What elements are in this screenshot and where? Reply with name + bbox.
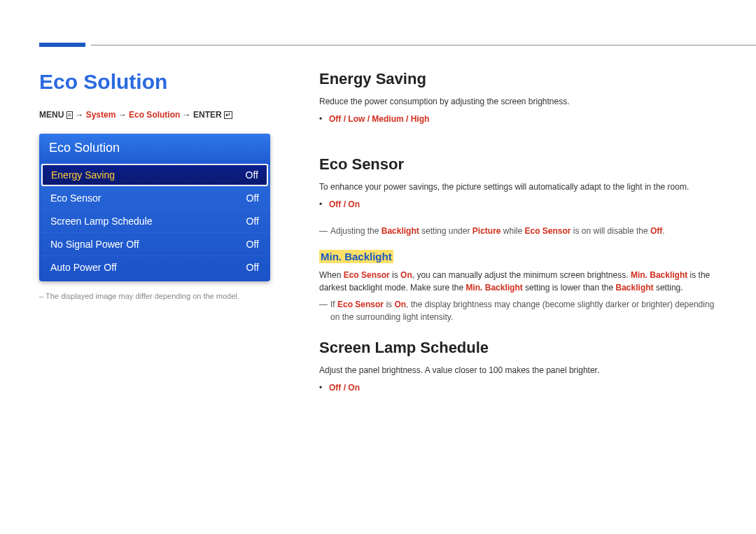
lamp-options: Off / On xyxy=(329,381,721,396)
menu-row-label: Screen Lamp Schedule xyxy=(50,216,153,227)
breadcrumb-eco: Eco Solution xyxy=(129,110,180,120)
header-rule xyxy=(91,45,756,45)
enter-icon xyxy=(224,111,232,119)
breadcrumb-menu: MENU xyxy=(39,110,64,120)
breadcrumb-system: System xyxy=(86,110,116,120)
section-title-energy: Energy Saving xyxy=(319,70,721,88)
menu-row[interactable]: Auto Power OffOff xyxy=(39,255,270,279)
menu-panel-header: Eco Solution xyxy=(39,134,270,164)
section-title-eco: Eco Sensor xyxy=(319,155,721,174)
energy-options: Off / Low / Medium / High xyxy=(329,112,721,127)
panel-footnote: The displayed image may differ depending… xyxy=(39,291,270,302)
menu-row-value: Off xyxy=(246,239,259,250)
menu-row-label: No Signal Power Off xyxy=(50,239,139,250)
breadcrumb-enter: ENTER xyxy=(193,110,222,120)
eco-desc: To enhance your power savings, the pictu… xyxy=(319,181,721,193)
breadcrumb-arrow: → xyxy=(118,110,127,120)
page-title: Eco Solution xyxy=(39,70,270,94)
menu-row[interactable]: Energy SavingOff xyxy=(41,164,268,186)
eco-note-1: Adjusting the Backlight setting under Pi… xyxy=(319,225,721,237)
menu-row-label: Auto Power Off xyxy=(50,262,117,273)
min-backlight-desc: When Eco Sensor is On, you can manually … xyxy=(319,269,721,294)
menu-icon xyxy=(66,111,73,119)
menu-row-value: Off xyxy=(246,216,259,227)
sub-heading-min-backlight: Min. Backlight xyxy=(319,250,393,263)
menu-row[interactable]: Screen Lamp ScheduleOff xyxy=(39,209,270,232)
menu-row-value: Off xyxy=(246,262,259,273)
energy-desc: Reduce the power consumption by adjustin… xyxy=(319,95,721,108)
menu-panel: Eco Solution Energy SavingOffEco SensorO… xyxy=(39,134,270,281)
menu-row[interactable]: No Signal Power OffOff xyxy=(39,232,270,255)
menu-row-value: Off xyxy=(246,192,259,204)
eco-note-2: If Eco Sensor is On, the display brightn… xyxy=(319,298,721,323)
breadcrumb: MENU → System → Eco Solution → ENTER xyxy=(39,109,270,121)
breadcrumb-arrow: → xyxy=(183,110,191,120)
lamp-desc: Adjust the panel brightness. A value clo… xyxy=(319,364,721,377)
section-title-lamp: Screen Lamp Schedule xyxy=(319,339,721,357)
header-accent xyxy=(39,43,85,47)
eco-options: Off / On xyxy=(329,197,721,213)
menu-row-label: Energy Saving xyxy=(51,169,115,181)
breadcrumb-arrow: → xyxy=(75,110,83,120)
menu-row-value: Off xyxy=(246,169,258,181)
menu-row[interactable]: Eco SensorOff xyxy=(39,186,270,209)
menu-row-label: Eco Sensor xyxy=(50,192,101,204)
